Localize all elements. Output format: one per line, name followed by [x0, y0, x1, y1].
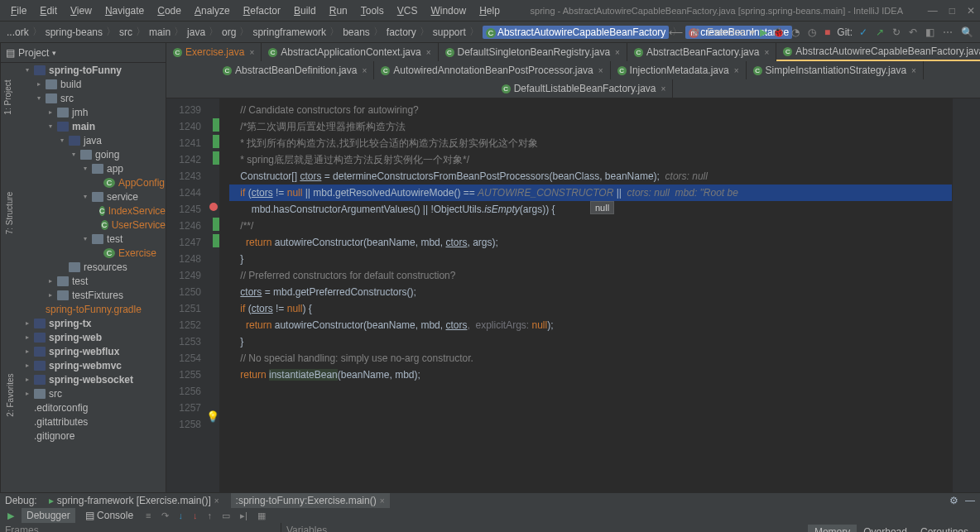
crumb[interactable]: factory	[387, 26, 416, 38]
coverage-icon[interactable]: ◔	[790, 26, 801, 38]
editor-tab[interactable]: CDefaultSingletonBeanRegistry.java×	[439, 43, 627, 61]
run-icon[interactable]: ▶	[760, 26, 767, 38]
menu-refactor[interactable]: Refactor	[238, 2, 286, 19]
maximize-icon[interactable]: □	[949, 5, 955, 17]
coroutines-tab[interactable]: Coroutines	[914, 525, 975, 532]
run-to-cursor-icon[interactable]: ▸|	[238, 510, 250, 521]
ide-icon[interactable]: ◧	[924, 26, 936, 38]
tree-item[interactable]: ▾main	[1, 119, 166, 133]
evaluate-icon[interactable]: ▦	[255, 510, 268, 521]
tree-item[interactable]: ▸spring-web	[1, 330, 166, 344]
drop-frame-icon[interactable]: ▭	[219, 510, 233, 521]
stop-icon[interactable]: ■	[823, 26, 832, 38]
tool-favorites-label[interactable]: 2: Favorites	[6, 373, 15, 416]
console-tab[interactable]: ▤ Console	[80, 508, 138, 523]
close-icon[interactable]: ×	[734, 66, 739, 75]
menu-view[interactable]: View	[65, 2, 98, 19]
debugger-tab[interactable]: Debugger	[22, 508, 75, 523]
editor-tab[interactable]: CExercise.java×	[166, 43, 262, 61]
tree-item[interactable]: ▾app	[1, 161, 166, 175]
tree-item[interactable]: ▾test	[1, 232, 166, 246]
overhead-tab[interactable]: Overhead	[857, 525, 914, 532]
profile-icon[interactable]: ◷	[806, 26, 818, 38]
crumb[interactable]: java	[187, 26, 205, 38]
step-out-icon[interactable]: ↑	[205, 510, 215, 520]
search-icon[interactable]: 🔍	[959, 26, 975, 38]
tool-structure-label[interactable]: 7: Structure	[5, 192, 14, 235]
tree-item[interactable]: spring-toFunny.gradle	[1, 302, 166, 316]
crumb[interactable]: ...ork	[7, 26, 29, 38]
tree-item[interactable]: CIndexService	[1, 204, 166, 218]
dropdown-icon[interactable]: ▾	[750, 26, 755, 38]
resume-icon[interactable]: ▶	[5, 510, 17, 521]
editor-tab[interactable]: CAutowiredAnnotationBeanPostProcessor.ja…	[374, 61, 610, 79]
project-tree[interactable]: ▾spring-toFunny▸build▾src▸jmh▾main▾java▾…	[1, 63, 166, 492]
crumb[interactable]: spring-beans	[46, 26, 103, 38]
crumb[interactable]: beans	[343, 26, 370, 38]
run-config-select[interactable]: Exercise	[707, 26, 745, 38]
crumb-class[interactable]: CAbstractAutowireCapableBeanFactory	[483, 26, 669, 39]
tree-item[interactable]: ▾src	[1, 91, 166, 105]
close-icon[interactable]: ×	[598, 66, 603, 75]
menu-run[interactable]: Run	[324, 2, 353, 19]
close-icon[interactable]: ×	[249, 48, 254, 57]
git-commit-icon[interactable]: ↗	[874, 26, 886, 38]
tree-item[interactable]: ▾java	[1, 133, 166, 147]
menu-vcs[interactable]: VCS	[392, 2, 424, 19]
step-over-icon[interactable]: ↷	[159, 510, 171, 521]
menu-help[interactable]: Help	[473, 2, 506, 19]
close-icon[interactable]: ×	[380, 496, 385, 506]
close-icon[interactable]: ×	[764, 48, 769, 57]
crumb[interactable]: support	[433, 26, 466, 38]
crumb[interactable]: src	[119, 26, 132, 38]
tree-item[interactable]: .gitattributes	[1, 415, 166, 429]
editor-tab[interactable]: CDefaultListableBeanFactory.java×	[495, 79, 674, 98]
close-icon[interactable]: ×	[615, 48, 620, 57]
debug-tab-1[interactable]: ▸spring-framework [Exercise.main()]×	[44, 493, 224, 508]
close-icon[interactable]: ×	[426, 48, 431, 57]
menu-window[interactable]: Window	[425, 2, 472, 19]
tree-item[interactable]: ▾spring-toFunny	[1, 63, 166, 77]
editor-tab[interactable]: CAbstractApplicationContext.java×	[262, 43, 438, 61]
breakpoint-icon[interactable]	[209, 203, 218, 211]
editor-tab[interactable]: CAbstractBeanFactory.java×	[627, 43, 776, 61]
more-icon[interactable]: ⋯	[941, 26, 954, 38]
editor-tab[interactable]: CSimpleInstantiationStrategy.java×	[747, 61, 924, 79]
menu-navigate[interactable]: Navigate	[99, 2, 150, 19]
tree-item[interactable]: ▸spring-websocket	[1, 372, 166, 386]
tree-item[interactable]: CAppConfig	[1, 175, 166, 189]
close-icon[interactable]: ✕	[967, 5, 975, 17]
close-icon[interactable]: ×	[661, 84, 666, 93]
back-icon[interactable]: ⟵	[667, 26, 685, 38]
step-into-icon[interactable]: ↓	[176, 510, 186, 520]
git-history-icon[interactable]: ↻	[891, 26, 902, 38]
crumb[interactable]: org	[222, 26, 236, 38]
tree-item[interactable]: ▸src	[1, 386, 166, 400]
code-body[interactable]: // Candidate constructors for autowiring…	[219, 98, 952, 492]
tree-item[interactable]: .gitignore	[1, 429, 166, 443]
editor-tab[interactable]: CAbstractAutowireCapableBeanFactory.java…	[776, 43, 980, 61]
minimize-icon[interactable]: —	[928, 5, 938, 17]
tree-item[interactable]: ▸spring-webflux	[1, 344, 166, 358]
debug-icon[interactable]: 🐞	[772, 26, 785, 38]
menu-code[interactable]: Code	[151, 2, 187, 19]
menu-build[interactable]: Build	[288, 2, 322, 19]
tree-item[interactable]: resources	[1, 260, 166, 274]
minimap[interactable]: !	[952, 98, 980, 492]
editor-tab[interactable]: CAbstractBeanDefinition.java×	[216, 61, 374, 79]
tree-item[interactable]: ▾service	[1, 189, 166, 204]
tree-item[interactable]: ▸spring-tx	[1, 316, 166, 330]
tree-item[interactable]: .editorconfig	[1, 400, 166, 415]
project-header[interactable]: ▤ Project ▾	[1, 43, 166, 63]
menu-edit[interactable]: Edit	[34, 2, 63, 19]
close-icon[interactable]: ×	[911, 66, 916, 75]
crumb[interactable]: springframework	[252, 26, 326, 38]
force-step-icon[interactable]: ↓	[190, 510, 200, 520]
menu-tools[interactable]: Tools	[355, 2, 390, 19]
code-view[interactable]: 1239124012411242124312441245124612471248…	[166, 98, 980, 492]
tree-item[interactable]: ▸test	[1, 274, 166, 288]
tree-item[interactable]: CExercise	[1, 246, 166, 260]
lightbulb-icon[interactable]: 💡	[206, 410, 219, 423]
git-revert-icon[interactable]: ↶	[907, 26, 919, 38]
tree-item[interactable]: ▸testFixtures	[1, 288, 166, 302]
